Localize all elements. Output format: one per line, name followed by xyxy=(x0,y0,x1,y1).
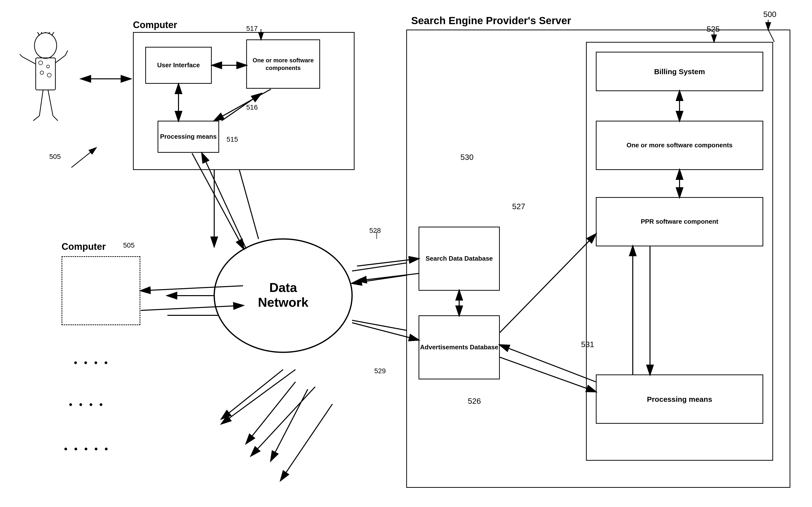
svg-line-42 xyxy=(48,90,53,116)
ppr-software-box: PPR software component xyxy=(596,197,763,246)
ref-531: 531 xyxy=(581,340,594,349)
data-network-shape: Data Network xyxy=(209,234,357,357)
processing-means-computer-box: Processing means xyxy=(158,121,219,153)
svg-line-73 xyxy=(251,387,315,456)
svg-line-40 xyxy=(65,51,68,55)
computer-bottom-box xyxy=(62,256,140,325)
svg-point-34 xyxy=(47,65,50,68)
processing-means-server-box: Processing means xyxy=(596,375,763,424)
ref-530: 530 xyxy=(460,153,474,162)
ref-515: 515 xyxy=(227,135,238,144)
ref-516: 516 xyxy=(246,104,258,111)
search-engine-title: Search Engine Provider's Server xyxy=(411,15,571,26)
svg-line-44 xyxy=(53,116,58,121)
ref-505-left: 505 xyxy=(49,153,61,161)
advertisements-db-box: Advertisements Database xyxy=(419,315,500,379)
svg-line-72 xyxy=(222,370,296,424)
svg-line-23 xyxy=(222,370,283,419)
dots-row3: • • • • • xyxy=(64,443,110,455)
svg-text:Data: Data xyxy=(269,280,298,295)
ref-529: 529 xyxy=(374,367,386,375)
computer-top-title: Computer xyxy=(133,20,177,30)
svg-line-27 xyxy=(37,32,40,36)
svg-line-38 xyxy=(20,52,22,57)
billing-system-box: Billing System xyxy=(596,52,763,91)
dots-row1: • • • • xyxy=(74,357,110,368)
software-components-computer-box: One or more software components xyxy=(246,40,320,89)
svg-text:Network: Network xyxy=(258,295,308,309)
ref-528: 528 xyxy=(369,227,381,234)
svg-point-33 xyxy=(39,61,43,65)
dots-row2: • • • • xyxy=(69,399,105,410)
person-figure xyxy=(12,30,76,153)
svg-point-36 xyxy=(47,73,51,77)
ref-526: 526 xyxy=(468,397,481,406)
diagram-container: { "title": "Patent Diagram - Search Engi… xyxy=(0,0,812,507)
svg-point-26 xyxy=(35,33,57,58)
computer-bottom-title: Computer xyxy=(62,241,106,252)
ref-525: 525 xyxy=(707,24,720,34)
svg-line-39 xyxy=(55,55,65,63)
svg-line-41 xyxy=(40,90,43,116)
svg-line-24 xyxy=(246,382,296,443)
ref-517: 517 xyxy=(246,24,258,33)
svg-line-74 xyxy=(281,404,332,481)
svg-point-35 xyxy=(40,71,44,74)
ref-527: 527 xyxy=(512,202,525,211)
search-data-db-box: Search Data Database xyxy=(419,227,500,291)
svg-line-37 xyxy=(22,57,36,64)
svg-line-25 xyxy=(271,389,308,461)
user-interface-box: User Interface xyxy=(145,47,212,84)
ref-505-bottom: 505 xyxy=(123,241,135,249)
svg-line-31 xyxy=(52,32,54,36)
software-components-server-box: One or more software components xyxy=(596,121,763,170)
svg-line-43 xyxy=(33,116,40,121)
ref-500: 500 xyxy=(763,10,776,19)
